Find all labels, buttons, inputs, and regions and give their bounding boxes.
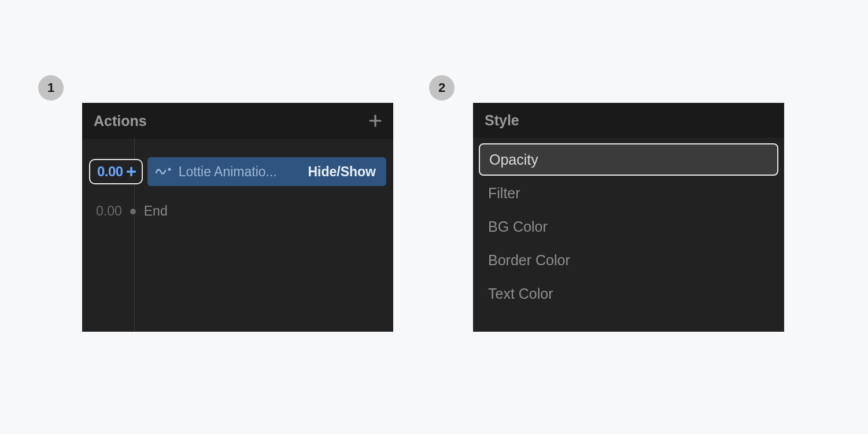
timestamp-pill[interactable]: 0.00 bbox=[89, 159, 143, 184]
style-item-bg-color[interactable]: BG Color bbox=[479, 210, 778, 243]
timestamp-value: 0.00 bbox=[97, 164, 123, 180]
actions-header: Actions bbox=[82, 103, 393, 139]
style-title: Style bbox=[485, 112, 519, 129]
actions-title: Actions bbox=[94, 113, 147, 129]
style-item-filter[interactable]: Filter bbox=[479, 177, 778, 209]
step-number: 1 bbox=[47, 80, 54, 95]
style-header: Style bbox=[473, 103, 784, 138]
style-item-label: BG Color bbox=[488, 218, 548, 235]
svg-point-0 bbox=[168, 168, 171, 171]
style-item-opacity[interactable]: Opacity bbox=[479, 143, 778, 176]
action-element-name: Lottie Animatio... bbox=[179, 164, 302, 180]
end-timestamp: 0.00 bbox=[96, 203, 122, 219]
style-item-label: Text Color bbox=[488, 285, 553, 302]
step-badge-1: 1 bbox=[38, 75, 64, 101]
action-row: 0.00 Lottie Animatio... Hide/Show bbox=[89, 156, 386, 187]
style-item-label: Border Color bbox=[488, 252, 570, 269]
step-number: 2 bbox=[438, 80, 445, 95]
style-item-label: Filter bbox=[488, 185, 520, 202]
style-item-text-color[interactable]: Text Color bbox=[479, 277, 778, 310]
style-item-label: Opacity bbox=[489, 151, 538, 168]
actions-panel: Actions 0.00 Lottie Animatio... bbox=[82, 103, 393, 332]
style-panel: Style Opacity Filter BG Color Border Col… bbox=[473, 103, 784, 332]
style-item-border-color[interactable]: Border Color bbox=[479, 244, 778, 276]
action-type-label: Hide/Show bbox=[308, 164, 376, 180]
actions-body: 0.00 Lottie Animatio... Hide/Show 0.00 bbox=[82, 139, 393, 332]
add-action-icon[interactable] bbox=[369, 112, 382, 130]
step-badge-2: 2 bbox=[429, 75, 455, 101]
lottie-element-icon bbox=[156, 165, 173, 178]
action-chip[interactable]: Lottie Animatio... Hide/Show bbox=[147, 157, 386, 186]
end-row: 0.00 End bbox=[96, 203, 168, 219]
style-list: Opacity Filter BG Color Border Color Tex… bbox=[473, 138, 784, 316]
end-dot-icon bbox=[130, 209, 136, 214]
timestamp-add-icon[interactable] bbox=[127, 165, 136, 179]
end-label: End bbox=[144, 203, 168, 219]
